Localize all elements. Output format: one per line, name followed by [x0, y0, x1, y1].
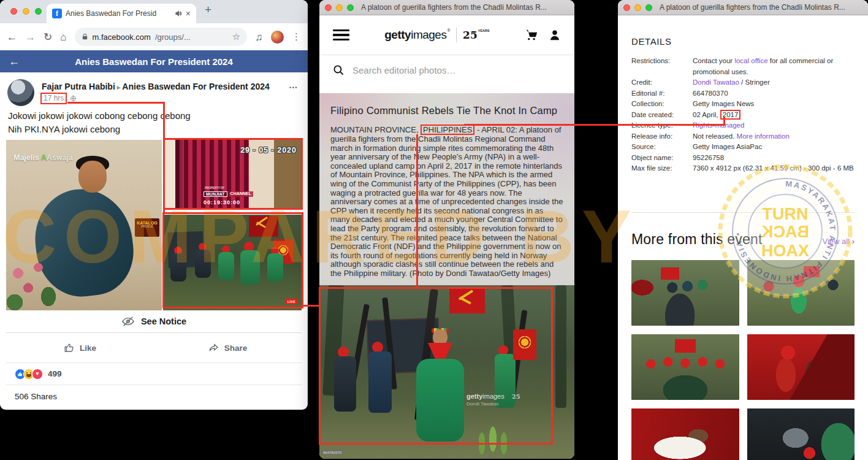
- close-window-button[interactable]: [10, 8, 17, 15]
- facebook-favicon-icon: f: [52, 9, 62, 18]
- photo-figure: [338, 347, 356, 412]
- event-thumbnail[interactable]: [747, 334, 855, 400]
- post-author-avatar[interactable]: [7, 79, 34, 106]
- zoom-window-button[interactable]: [347, 4, 354, 11]
- details-window: A platoon of guerilla fighters from the …: [618, 0, 868, 460]
- photo-credit: Dondi Tawatao: [466, 401, 520, 407]
- facebook-back-icon[interactable]: ←: [9, 55, 20, 68]
- event-thumbnail[interactable]: [631, 408, 739, 460]
- philippines-highlight: PHILIPPINES: [421, 125, 474, 135]
- tab-audio-icon[interactable]: [175, 10, 182, 17]
- event-thumbnail[interactable]: [747, 408, 855, 460]
- forward-button[interactable]: →: [25, 32, 36, 42]
- close-window-button[interactable]: [325, 4, 332, 11]
- tab-close-icon[interactable]: ×: [186, 9, 191, 18]
- see-notice-button[interactable]: See Notice: [0, 310, 308, 332]
- licence-link[interactable]: Rights-managed: [693, 121, 744, 129]
- facebook-group-title: Anies Baswedan For President 2024: [0, 56, 308, 67]
- event-thumbnail[interactable]: [747, 260, 855, 326]
- minimize-window-button[interactable]: [336, 4, 343, 11]
- event-thumbnail[interactable]: [631, 334, 739, 400]
- account-icon[interactable]: [549, 29, 561, 41]
- close-window-button[interactable]: [623, 4, 630, 11]
- details-panel: DETAILS Restrictions: Contact your local…: [618, 15, 868, 213]
- new-tab-button[interactable]: +: [205, 3, 211, 17]
- getty-titlebar: A platoon of guerilla fighters from the …: [319, 0, 574, 15]
- details-row-source: Source: Getty Images AsiaPac: [631, 142, 855, 153]
- url-path: /groups/...: [155, 33, 191, 42]
- photo-caption: MOUNTAIN PROVINCE, PHILIPPINES - APRIL 0…: [330, 125, 563, 278]
- guerilla-figure: [244, 242, 260, 285]
- window-title: A platoon of guerilla fighters from the …: [660, 3, 845, 12]
- local-office-link[interactable]: local office: [734, 57, 767, 64]
- browser-tab[interactable]: f Anies Baswedan For Presid ×: [47, 4, 196, 23]
- video-date-stamp: 29 - 05 - 2020: [240, 146, 297, 155]
- guerilla-figure: [199, 243, 211, 278]
- getty-photo[interactable]: gettyimages25 Dondi Tawatao 664780370: [319, 285, 574, 459]
- photo-figure: [372, 342, 392, 413]
- property-of-label: PROPERTY OF: [205, 186, 224, 190]
- credit-link[interactable]: Dondi Tawatao: [693, 79, 739, 86]
- window-title: A platoon of guerilla fighters from the …: [361, 3, 547, 12]
- post-meta: 17 hrs: [40, 93, 77, 104]
- chrome-menu-icon[interactable]: ⋮: [292, 31, 301, 42]
- post-timestamp: 17 hrs: [40, 93, 67, 104]
- guerilla-figure: [174, 247, 186, 282]
- minimize-window-button[interactable]: [634, 4, 641, 11]
- profile-avatar[interactable]: [271, 31, 284, 44]
- reaction-count: 499: [48, 369, 62, 378]
- minimize-window-button[interactable]: [23, 8, 29, 15]
- home-button[interactable]: ⌂: [60, 32, 66, 42]
- post-author-line[interactable]: Fajar Putra Habibi▸Anies Baswedan For Pr…: [42, 82, 270, 91]
- chrome-window: f Anies Baswedan For Presid × + ← → ↻ ⌂ …: [0, 0, 308, 410]
- details-row-maxsize: Max file size: 7360 x 4912 px (62.31 x 4…: [631, 163, 855, 174]
- post-text-line2: Nih PKI.NYA jokowi cebong: [8, 123, 300, 136]
- speaker-head: [78, 161, 107, 193]
- globe-privacy-icon: [70, 95, 77, 102]
- photo-round-sign: [513, 329, 536, 360]
- like-button[interactable]: Like: [6, 342, 154, 353]
- love-reaction-icon: ♥: [32, 369, 43, 380]
- post-options-icon[interactable]: •••: [289, 85, 298, 91]
- getty-window: A platoon of guerilla fighters from the …: [319, 0, 574, 459]
- reactions-row[interactable]: ♥ 499: [6, 362, 302, 385]
- date-2017-highlight: 2017: [720, 110, 741, 120]
- photo-headline: Filipino Communist Rebels Tie The Knot I…: [330, 105, 563, 117]
- reload-button[interactable]: ↻: [44, 32, 52, 42]
- extension-playlist-icon[interactable]: ♫: [255, 32, 263, 42]
- zoom-window-button[interactable]: [35, 8, 42, 15]
- group-arrow-icon: ▸: [115, 83, 123, 91]
- more-information-link[interactable]: More information: [737, 132, 790, 140]
- share-button[interactable]: Share: [154, 342, 302, 353]
- search-input[interactable]: [352, 65, 561, 75]
- post-group[interactable]: Anies Baswedan For President 2024: [122, 82, 269, 91]
- photo-caption-panel: Filipino Communist Rebels Tie The Knot I…: [319, 93, 574, 285]
- cart-icon[interactable]: [525, 29, 538, 41]
- photo-woman-torso: [416, 359, 464, 442]
- getty-logo[interactable]: gettyimages® 25YEARS: [349, 28, 525, 42]
- search-bar[interactable]: [319, 55, 574, 85]
- bookmark-star-icon[interactable]: ☆: [232, 31, 240, 42]
- katalog-sign: KATALOG PRODUK: [135, 218, 159, 237]
- back-button[interactable]: ←: [7, 32, 17, 42]
- details-row-credit: Credit: Dondi Tawatao / Stringer: [631, 77, 855, 88]
- zoom-window-button[interactable]: [645, 4, 652, 11]
- video-timecode: 00:19:30:00: [204, 199, 240, 205]
- post-actions: Like Share: [6, 333, 302, 362]
- guerilla-figure: [271, 247, 283, 282]
- post-video-collage[interactable]: Majelis AAswaja KATALOG PRODUK 29 - 05 -…: [6, 140, 302, 310]
- menu-hamburger-icon[interactable]: [333, 29, 349, 41]
- chrome-tab-strip: f Anies Baswedan For Presid × +: [0, 0, 308, 23]
- event-thumbnail[interactable]: [631, 260, 739, 326]
- address-bar[interactable]: m.facebook.com/groups/... ☆: [75, 28, 248, 46]
- lock-icon: [82, 33, 88, 40]
- post-header: Fajar Putra Habibi▸Anies Baswedan For Pr…: [0, 72, 308, 108]
- channel-badges: MUNJIAT CHANNEL: [204, 191, 253, 197]
- share-count[interactable]: 506 Shares: [6, 385, 302, 408]
- post-author[interactable]: Fajar Putra Habibi: [42, 82, 115, 91]
- photo-fern: [465, 413, 520, 456]
- view-all-link[interactable]: View all ›: [822, 237, 855, 246]
- guerilla-figure: [222, 245, 234, 280]
- eye-off-icon: [121, 316, 135, 327]
- details-titlebar: A platoon of guerilla fighters from the …: [618, 0, 868, 15]
